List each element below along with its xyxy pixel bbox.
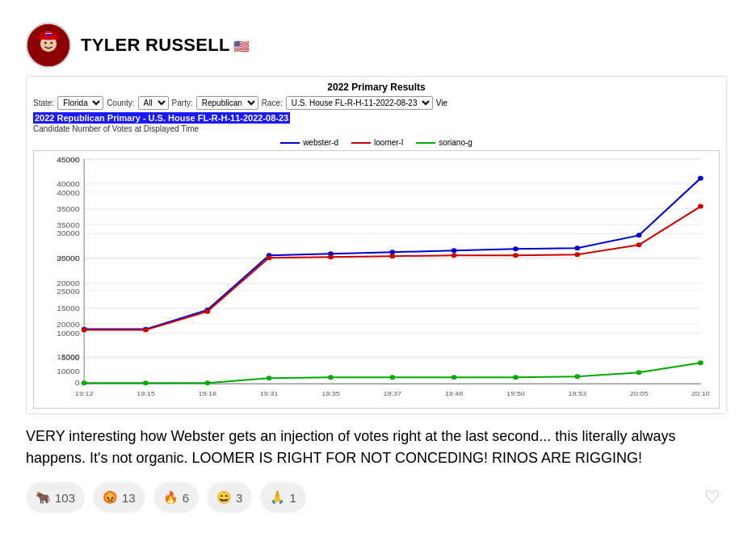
svg-point-67 bbox=[513, 246, 519, 251]
chart-legend: webster-d loomer-l soriano-g bbox=[33, 138, 720, 147]
post-container: TYLER RUSSELL 🇺🇸 2022 Primary Results St… bbox=[13, 13, 740, 523]
legend-soriano: soriano-g bbox=[416, 138, 472, 147]
legend-label-soriano: soriano-g bbox=[439, 138, 472, 147]
svg-point-80 bbox=[636, 242, 642, 247]
chart-svg: 45000 40000 35000 30000 25000 20000 1500… bbox=[34, 151, 719, 408]
svg-text:25000: 25000 bbox=[57, 254, 79, 262]
svg-point-77 bbox=[452, 253, 457, 258]
reaction-count-fire: 6 bbox=[183, 491, 189, 505]
chart-subtitle: Candidate Number of Votes at Displayed T… bbox=[33, 124, 720, 133]
reaction-emoji-pray: 🙏 bbox=[270, 490, 285, 505]
legend-label-loomer: loomer-l bbox=[374, 138, 403, 147]
post-header: TYLER RUSSELL 🇺🇸 bbox=[26, 23, 727, 68]
svg-text:15000: 15000 bbox=[57, 304, 79, 312]
chart-embed: 2022 Primary Results State: Florida Coun… bbox=[26, 76, 727, 414]
svg-point-71 bbox=[82, 328, 87, 333]
svg-text:19:37: 19:37 bbox=[383, 390, 401, 397]
svg-rect-8 bbox=[45, 31, 51, 33]
avatar-image bbox=[27, 24, 69, 66]
svg-point-85 bbox=[267, 376, 272, 380]
svg-text:10000: 10000 bbox=[57, 329, 79, 337]
svg-point-88 bbox=[452, 375, 457, 380]
avatar bbox=[26, 23, 71, 68]
svg-text:20000: 20000 bbox=[57, 279, 79, 287]
reactions-bar: 🐂 103 😡 13 🔥 6 😄 3 🙏 1 ♡ bbox=[26, 482, 727, 513]
svg-point-70 bbox=[698, 176, 704, 181]
party-label: Party: bbox=[172, 99, 193, 107]
race-title: 2022 Republican Primary - U.S. House FL-… bbox=[33, 113, 720, 123]
svg-text:0: 0 bbox=[75, 379, 80, 387]
svg-point-87 bbox=[389, 375, 395, 380]
heart-icon: ♡ bbox=[704, 487, 720, 507]
svg-text:40000: 40000 bbox=[57, 179, 79, 187]
svg-text:20:10: 20:10 bbox=[691, 390, 710, 397]
party-select[interactable]: Republican bbox=[196, 96, 258, 110]
svg-text:19:31: 19:31 bbox=[260, 390, 279, 397]
svg-text:20000: 20000 bbox=[57, 320, 79, 328]
svg-text:19:35: 19:35 bbox=[321, 390, 340, 397]
county-label: County: bbox=[107, 99, 134, 107]
svg-point-81 bbox=[698, 204, 704, 209]
svg-point-6 bbox=[50, 42, 52, 44]
svg-point-68 bbox=[574, 246, 580, 250]
race-select[interactable]: U.S. House FL-R-H-11-2022-08-23 bbox=[286, 96, 433, 110]
chart-filters[interactable]: State: Florida County: All Party: Republ… bbox=[33, 96, 720, 110]
svg-point-89 bbox=[513, 375, 519, 380]
post-text: VERY interesting how Webster gets an inj… bbox=[26, 426, 727, 469]
legend-webster: webster-d bbox=[280, 138, 338, 147]
username-area: TYLER RUSSELL 🇺🇸 bbox=[81, 35, 250, 56]
svg-text:40000: 40000 bbox=[57, 188, 79, 196]
svg-point-5 bbox=[44, 42, 47, 44]
svg-point-66 bbox=[452, 248, 457, 253]
svg-text:19:46: 19:46 bbox=[445, 390, 464, 397]
reaction-count-angry: 13 bbox=[122, 491, 136, 505]
reaction-count-bull: 103 bbox=[55, 491, 75, 505]
reaction-pray[interactable]: 🙏 1 bbox=[260, 482, 305, 513]
flag-emoji: 🇺🇸 bbox=[233, 40, 250, 53]
svg-text:20:05: 20:05 bbox=[630, 390, 649, 397]
svg-point-92 bbox=[698, 360, 704, 365]
reaction-bull[interactable]: 🐂 103 bbox=[26, 482, 85, 513]
chart-svg-area: 45000 40000 35000 30000 25000 20000 1500… bbox=[33, 150, 720, 409]
legend-line-soriano bbox=[416, 142, 435, 144]
svg-point-84 bbox=[204, 380, 210, 385]
username[interactable]: TYLER RUSSELL bbox=[81, 35, 230, 55]
reaction-emoji-smile: 😄 bbox=[216, 490, 232, 505]
svg-point-79 bbox=[574, 252, 580, 257]
state-label: State: bbox=[33, 99, 54, 107]
chart-title: 2022 Primary Results bbox=[33, 82, 720, 93]
heart-button[interactable]: ♡ bbox=[698, 482, 727, 513]
reaction-count-smile: 3 bbox=[236, 491, 242, 505]
svg-rect-9 bbox=[45, 34, 51, 36]
race-title-text: 2022 Republican Primary - U.S. House FL-… bbox=[33, 112, 290, 124]
svg-point-75 bbox=[328, 254, 334, 259]
reaction-smile[interactable]: 😄 3 bbox=[207, 482, 252, 513]
svg-point-86 bbox=[328, 375, 334, 380]
svg-point-72 bbox=[143, 328, 149, 333]
svg-text:19:12: 19:12 bbox=[75, 390, 94, 397]
svg-text:35000: 35000 bbox=[57, 204, 79, 212]
state-select[interactable]: Florida bbox=[57, 96, 103, 110]
svg-text:19:18: 19:18 bbox=[199, 390, 217, 397]
reaction-emoji-angry: 😡 bbox=[103, 490, 118, 505]
svg-text:35000: 35000 bbox=[57, 221, 79, 229]
legend-line-loomer bbox=[351, 142, 371, 144]
svg-point-90 bbox=[574, 374, 580, 379]
svg-point-78 bbox=[513, 253, 519, 258]
reaction-emoji-bull: 🐂 bbox=[36, 490, 51, 505]
reaction-fire[interactable]: 🔥 6 bbox=[153, 482, 199, 513]
svg-text:19:50: 19:50 bbox=[506, 390, 525, 397]
svg-point-76 bbox=[389, 254, 395, 258]
reaction-angry[interactable]: 😡 13 bbox=[93, 482, 145, 513]
svg-point-83 bbox=[143, 380, 149, 385]
svg-rect-10 bbox=[34, 151, 719, 408]
county-select[interactable]: All bbox=[138, 96, 169, 110]
svg-text:10000: 10000 bbox=[57, 367, 79, 376]
svg-text:45000: 45000 bbox=[57, 156, 79, 164]
svg-point-74 bbox=[267, 255, 272, 260]
svg-text:25000: 25000 bbox=[57, 287, 79, 295]
svg-rect-4 bbox=[38, 37, 59, 40]
svg-point-91 bbox=[636, 370, 642, 375]
view-label: Vie bbox=[436, 99, 447, 107]
reaction-emoji-fire: 🔥 bbox=[163, 490, 178, 505]
